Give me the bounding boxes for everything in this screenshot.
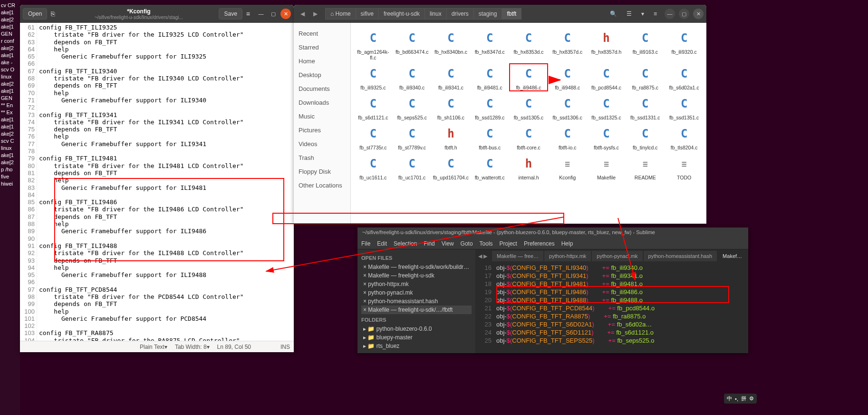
file-item[interactable]: ≡README xyxy=(627,154,664,180)
file-item[interactable]: Cfb_tls8204.c xyxy=(665,124,703,150)
file-item[interactable]: Cfb_ili9488.c xyxy=(549,64,586,90)
file-item[interactable]: Cfb_s6d02a1.c xyxy=(665,64,703,90)
folder-item[interactable]: ▸ 📁 bluepy-master xyxy=(361,333,472,342)
file-item[interactable]: Cfb_ssd1331.c xyxy=(627,94,664,120)
sidebar-item[interactable]: Music xyxy=(294,109,350,123)
view-options-icon[interactable]: ▾ xyxy=(637,9,648,19)
file-item[interactable]: Cfb_pcd8544.c xyxy=(588,64,625,90)
file-item[interactable]: Cfb_watterott.c xyxy=(471,154,508,180)
minimize-button[interactable]: — xyxy=(665,9,675,19)
close-button[interactable]: ✕ xyxy=(693,9,704,19)
tab-nav-icon[interactable]: ◀ ▶ xyxy=(478,253,487,259)
open-button[interactable]: Open xyxy=(23,8,47,20)
tab[interactable]: Makef… xyxy=(718,251,747,261)
file-item[interactable]: Cfb_ili9320.c xyxy=(665,29,703,60)
sidebar-item[interactable]: Desktop xyxy=(294,68,350,82)
file-item[interactable]: ≡Makefile xyxy=(588,154,625,180)
folder-item[interactable]: ▸ 📁 python-bluezero-0.6.0 xyxy=(361,325,472,333)
list-view-icon[interactable]: ☰ xyxy=(623,9,636,19)
menu-item[interactable]: Selection xyxy=(394,240,417,247)
file-item[interactable]: Cfb_seps525.c xyxy=(394,94,431,120)
sidebar-item[interactable]: Pictures xyxy=(294,123,350,137)
crumb-freelight-u-sdk[interactable]: freelight-u-sdk xyxy=(378,8,425,20)
menu-item[interactable]: Preferences xyxy=(524,240,555,247)
file-item[interactable]: Cfbtft-sysfs.c xyxy=(588,124,625,150)
menu-bar[interactable]: FileEditSelectionFindViewGotoToolsProjec… xyxy=(357,238,748,249)
save-button[interactable]: Save xyxy=(219,8,242,20)
minimize-button[interactable]: — xyxy=(256,9,266,19)
file-grid[interactable]: Cfb_agm1264k-fl.cCfb_bd663474.cCfb_hx834… xyxy=(351,23,706,224)
back-button[interactable]: ◀ xyxy=(297,9,309,19)
file-item[interactable]: Cfb_ssd1305.c xyxy=(510,94,547,120)
file-item[interactable]: hfbtft.h xyxy=(433,124,470,150)
ime-button[interactable]: •, xyxy=(735,396,738,402)
sidebar-item[interactable]: Documents xyxy=(294,82,350,96)
file-item[interactable]: Cfb_ssd1351.c xyxy=(665,94,703,120)
file-item[interactable]: Cfb_agm1264k-fl.c xyxy=(355,29,392,60)
file-item[interactable]: Cfb_bd663474.c xyxy=(394,29,431,60)
file-item[interactable]: ≡TODO xyxy=(665,154,703,180)
sidebar-item[interactable]: Other Locations xyxy=(294,178,350,192)
maximize-button[interactable]: ▢ xyxy=(679,9,689,19)
file-item[interactable]: Cfb_st7789v.c xyxy=(394,124,431,150)
file-item[interactable]: Cfb_uc1701.c xyxy=(394,154,431,180)
tab[interactable]: python-pynacl.mk xyxy=(592,251,642,261)
crumb-sifive[interactable]: sifive xyxy=(356,8,379,20)
new-tab-icon[interactable]: ⎘ xyxy=(47,8,58,20)
tab[interactable]: python-homeassistant.hash xyxy=(644,251,717,261)
ime-button[interactable]: ⚙ xyxy=(749,395,754,402)
ime-button[interactable]: 拼 xyxy=(741,395,746,402)
ime-button[interactable]: 中 xyxy=(727,395,732,402)
open-file-item[interactable]: × Makefile — freelight-u-sdk xyxy=(361,271,472,280)
file-item[interactable]: Cfb_ili9325.c xyxy=(355,64,392,90)
tab[interactable]: Makefile — free… xyxy=(492,251,543,261)
file-item[interactable]: ≡Kconfig xyxy=(549,154,586,180)
open-file-item[interactable]: × python-httpx.mk xyxy=(361,280,472,288)
hamburger-icon[interactable]: ≡ xyxy=(650,9,661,19)
file-item[interactable]: Cfb_hx8353d.c xyxy=(510,29,547,60)
file-item[interactable]: Cfb_ili9163.c xyxy=(627,29,664,60)
open-file-item[interactable]: × python-pynacl.mk xyxy=(361,288,472,297)
crumb-linux[interactable]: linux xyxy=(424,8,447,20)
file-item[interactable]: Cfb_st7735r.c xyxy=(355,124,392,150)
sidebar-item[interactable]: Home xyxy=(294,54,350,68)
menu-item[interactable]: Project xyxy=(500,240,517,247)
close-button[interactable]: ✕ xyxy=(280,9,291,19)
sidebar-item[interactable]: Videos xyxy=(294,137,350,151)
file-item[interactable]: Cfb_hx8340bn.c xyxy=(433,29,470,60)
open-file-item[interactable]: × python-homeassistant.hash xyxy=(361,297,472,306)
tab-width-select[interactable]: Tab Width: 8 ▾ xyxy=(175,344,210,350)
file-item[interactable]: Cfbtft-bus.c xyxy=(471,124,508,150)
menu-item[interactable]: View xyxy=(442,240,454,247)
file-item[interactable]: Cfbtft-io.c xyxy=(549,124,586,150)
file-item[interactable]: Cfb_hx8357d.c xyxy=(549,29,586,60)
language-select[interactable]: Plain Text ▾ xyxy=(140,344,167,350)
forward-button[interactable]: ▶ xyxy=(309,9,321,19)
code-area[interactable]: config FB_TFT_ILI9325 tristate "FB drive… xyxy=(37,23,294,341)
crumb-staging[interactable]: staging xyxy=(473,8,502,20)
crumb-fbtft[interactable]: fbtft xyxy=(502,8,521,20)
sidebar-item[interactable]: Downloads xyxy=(294,96,350,109)
menu-item[interactable]: Edit xyxy=(377,240,387,247)
file-item[interactable]: Cfb_ra8875.c xyxy=(627,64,664,90)
file-item[interactable]: Cfb_ili9486.c xyxy=(510,64,547,90)
file-item[interactable]: hinternal.h xyxy=(510,154,547,180)
crumb-drivers[interactable]: drivers xyxy=(446,8,474,20)
folder-item[interactable]: ▸ 📁 rts_bluez xyxy=(361,342,472,350)
file-item[interactable]: Cfb_upd161704.c xyxy=(433,154,470,180)
sidebar-item[interactable]: Floppy Disk xyxy=(294,165,350,178)
open-file-item[interactable]: × Makefile — freelight-u-sdk/work/buildr… xyxy=(361,263,472,271)
menu-item[interactable]: Goto xyxy=(461,240,473,247)
ime-toolbar[interactable]: 中•,拼⚙ xyxy=(724,394,757,404)
file-item[interactable]: Cfb_tinylcd.c xyxy=(627,124,664,150)
maximize-button[interactable]: ▢ xyxy=(268,9,279,19)
tab[interactable]: python-httpx.mk xyxy=(544,251,591,261)
menu-item[interactable]: Find xyxy=(424,240,434,247)
menu-item[interactable]: Tools xyxy=(480,240,493,247)
file-item[interactable]: Cfbtft-core.c xyxy=(510,124,547,150)
file-item[interactable]: Cfb_sh1106.c xyxy=(433,94,470,120)
crumb-home[interactable]: ⌂ Home xyxy=(325,8,356,20)
file-item[interactable]: Cfb_ssd1306.c xyxy=(549,94,586,120)
file-item[interactable]: Cfb_ssd1289.c xyxy=(471,94,508,120)
sidebar-item[interactable]: Trash xyxy=(294,151,350,165)
